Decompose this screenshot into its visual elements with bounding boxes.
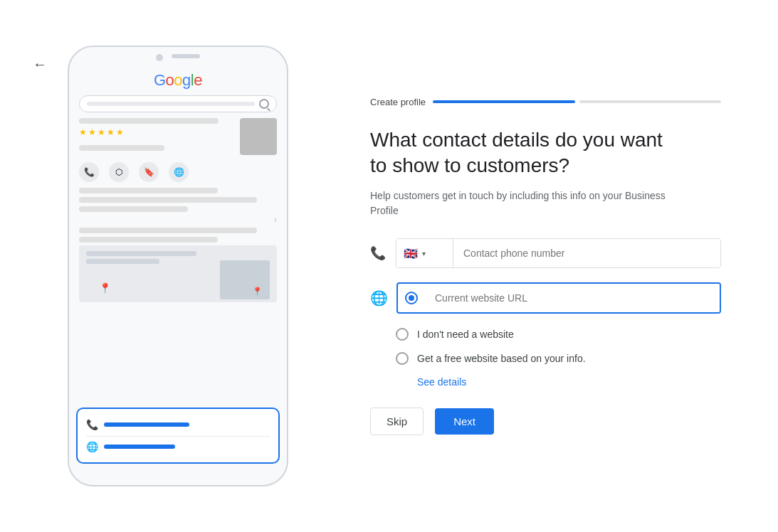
mock-website-line <box>104 445 175 449</box>
website-row-icon: 🌐 <box>370 289 388 307</box>
progress-segment-2 <box>579 100 721 103</box>
mock-map: 📍 📍 <box>79 245 277 302</box>
mock-phone-icon: 📞 <box>86 419 98 430</box>
mock-globe-icon: 🌐 <box>86 441 98 452</box>
phone-input-group[interactable]: 🇬🇧 ▾ <box>396 238 721 268</box>
form-title: What contact details do you want to show… <box>370 127 683 179</box>
phone-mockup: Google ★★★★★ <box>68 46 288 486</box>
no-website-label: I don't need a website <box>417 329 514 340</box>
phone-speaker <box>172 54 200 58</box>
mock-business-image <box>240 118 277 155</box>
see-details-link[interactable]: See details <box>391 376 721 388</box>
no-website-option[interactable]: I don't need a website <box>370 328 721 341</box>
mock-action-icons: 📞 ⬡ 🔖 🌐 <box>79 162 277 182</box>
phone-row-icon: 📞 <box>370 245 387 261</box>
no-website-radio[interactable] <box>396 328 409 341</box>
phone-contact-card: 📞 🌐 <box>76 408 280 464</box>
website-url-input[interactable] <box>425 284 720 312</box>
mock-chevron: › <box>79 215 277 225</box>
progress-bar: Create profile <box>370 97 721 107</box>
form-subtitle: Help customers get in touch by including… <box>370 188 683 218</box>
button-row: Skip Next <box>370 408 721 435</box>
free-website-option[interactable]: Get a free website based on your info. <box>370 352 721 365</box>
form-section: Create profile What contact details do y… <box>327 83 750 450</box>
mock-phone-line <box>104 422 189 427</box>
free-website-label: Get a free website based on your info. <box>417 353 586 364</box>
mock-search-bar <box>79 95 277 112</box>
url-radio-dot <box>405 292 418 304</box>
mock-stars: ★★★★★ <box>79 127 234 137</box>
url-radio-button[interactable] <box>398 292 425 304</box>
skip-button[interactable]: Skip <box>370 408 424 435</box>
country-selector[interactable]: 🇬🇧 ▾ <box>396 239 453 267</box>
progress-label: Create profile <box>370 97 426 107</box>
free-website-radio[interactable] <box>396 352 409 365</box>
progress-segment-1 <box>433 100 574 103</box>
country-dropdown-arrow: ▾ <box>422 250 426 257</box>
google-logo: Google <box>79 71 277 90</box>
url-input-group[interactable] <box>396 282 721 314</box>
phone-mockup-section: ← Google <box>28 46 327 486</box>
back-button[interactable]: ← <box>28 53 51 75</box>
website-input-row: 🌐 <box>370 282 721 314</box>
phone-input-row: 📞 🇬🇧 ▾ <box>370 238 721 268</box>
country-flag: 🇬🇧 <box>404 247 418 260</box>
next-button[interactable]: Next <box>435 408 494 435</box>
phone-camera <box>156 54 163 61</box>
phone-number-input[interactable] <box>453 239 720 267</box>
